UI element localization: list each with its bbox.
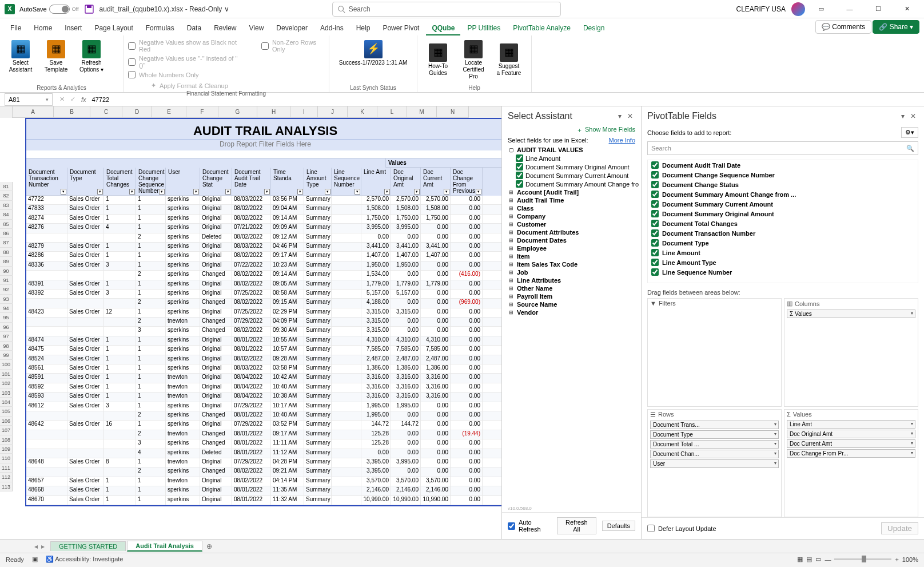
- cell[interactable]: tnewton: [166, 392, 200, 401]
- cell[interactable]: 04:09 PM: [271, 318, 304, 326]
- table-row[interactable]: 48524Sales Order11sperkinsOriginal08/02/…: [26, 355, 501, 364]
- cell[interactable]: 08/03/2022: [232, 196, 271, 204]
- cell[interactable]: 1: [104, 364, 136, 373]
- cell[interactable]: Sales Order: [67, 308, 104, 317]
- cell[interactable]: 11:32 AM: [271, 496, 304, 505]
- ribbon-tab[interactable]: PivotTable Analyze: [507, 22, 576, 35]
- pivot-header[interactable]: Line Amt▾: [361, 168, 391, 196]
- cell[interactable]: 1,750.00: [361, 215, 391, 223]
- cell[interactable]: [67, 449, 104, 458]
- cell[interactable]: [332, 196, 361, 204]
- pivot-header[interactable]: Document Change Stat▾: [200, 168, 232, 196]
- cell[interactable]: Summary: [304, 261, 332, 270]
- row-header[interactable]: 109: [0, 445, 13, 454]
- cell[interactable]: 0.00: [451, 467, 483, 476]
- cell[interactable]: 0.00: [391, 318, 421, 326]
- cell[interactable]: [332, 421, 361, 429]
- cell[interactable]: 2,570.00: [361, 196, 391, 204]
- cell[interactable]: [104, 299, 136, 307]
- cell[interactable]: 09:15 AM: [271, 299, 304, 307]
- cell[interactable]: 08/01/2022: [232, 336, 271, 345]
- ribbon-tab[interactable]: View: [244, 22, 270, 35]
- cell[interactable]: [332, 252, 361, 260]
- table-row[interactable]: 48276Sales Order41sperkinsOriginal07/21/…: [26, 224, 501, 233]
- cell[interactable]: 1: [104, 383, 136, 392]
- cell[interactable]: Changed: [200, 439, 232, 448]
- row-header[interactable]: 111: [0, 463, 13, 473]
- pivot-header[interactable]: Document Audit Trail Date▾: [232, 168, 271, 196]
- cell[interactable]: 48561: [26, 364, 67, 373]
- cell[interactable]: sperkins: [166, 215, 200, 223]
- cell[interactable]: Summary: [304, 364, 332, 373]
- row-header[interactable]: 102: [0, 379, 13, 388]
- cell[interactable]: Sales Order: [67, 205, 104, 213]
- cell[interactable]: 08/02/2022: [232, 327, 271, 335]
- cell[interactable]: 3,315.00: [361, 318, 391, 326]
- columns-area[interactable]: ▥Columns Σ Values: [784, 298, 918, 407]
- cell[interactable]: Summary: [304, 477, 332, 486]
- cell[interactable]: 3,316.00: [421, 374, 451, 382]
- ribbon-mode-icon[interactable]: ▭: [808, 1, 834, 17]
- field-check[interactable]: [651, 259, 659, 266]
- cell[interactable]: 3: [104, 261, 136, 270]
- cell[interactable]: 08/01/2022: [232, 439, 271, 448]
- cell[interactable]: 2: [136, 299, 166, 307]
- cell[interactable]: 48670: [26, 496, 67, 505]
- cell[interactable]: 1: [104, 205, 136, 213]
- cell[interactable]: [332, 439, 361, 448]
- field-check[interactable]: [651, 210, 659, 217]
- cell[interactable]: 09:12 AM: [271, 233, 304, 242]
- select-all-cell[interactable]: [0, 106, 13, 118]
- cell[interactable]: [67, 327, 104, 335]
- cell[interactable]: Sales Order: [67, 252, 104, 260]
- cell[interactable]: [332, 318, 361, 326]
- cell[interactable]: Sales Order: [67, 477, 104, 486]
- table-row[interactable]: 48561Sales Order11sperkinsOriginal08/03/…: [26, 364, 501, 374]
- cell[interactable]: Summary: [304, 205, 332, 213]
- cell[interactable]: Summary: [304, 374, 332, 382]
- table-row[interactable]: 48423Sales Order121sperkinsOriginal07/25…: [26, 308, 501, 318]
- table-row[interactable]: 2sperkinsChanged08/01/202210:40 AMSummar…: [26, 411, 501, 421]
- cell[interactable]: 0.00: [421, 430, 451, 439]
- area-field[interactable]: User: [650, 459, 779, 468]
- cell[interactable]: 1: [104, 346, 136, 354]
- pivot-header[interactable]: Document Total Changes▾: [104, 168, 136, 196]
- cell[interactable]: sperkins: [166, 308, 200, 317]
- expand-icon[interactable]: ⊞: [508, 221, 515, 227]
- cell[interactable]: 0.00: [421, 411, 451, 420]
- cell[interactable]: [332, 224, 361, 232]
- autosave-toggle[interactable]: [49, 5, 70, 14]
- filter-dropdown-icon[interactable]: ▾: [476, 189, 481, 195]
- cell[interactable]: 08/04/2022: [232, 383, 271, 392]
- cell[interactable]: 09:17 AM: [271, 430, 304, 439]
- cell[interactable]: Deleted: [200, 233, 232, 242]
- cell[interactable]: 11:12 AM: [271, 449, 304, 458]
- cell[interactable]: 2,146.00: [391, 486, 421, 495]
- pivot-header[interactable]: User▾: [166, 168, 200, 196]
- tree-item[interactable]: Document Summary Current Amount: [525, 172, 628, 179]
- cell[interactable]: 07/29/2022: [232, 318, 271, 326]
- cell[interactable]: [67, 271, 104, 279]
- cell[interactable]: Summary: [304, 392, 332, 401]
- tree-item[interactable]: Audit Trail Time: [517, 197, 564, 204]
- cell[interactable]: tnewton: [166, 374, 200, 382]
- cell[interactable]: 03:58 PM: [271, 364, 304, 373]
- cell[interactable]: [332, 215, 361, 223]
- column-header[interactable]: J: [318, 106, 348, 118]
- cell[interactable]: 1: [104, 243, 136, 251]
- cell[interactable]: Sales Order: [67, 392, 104, 401]
- field-item[interactable]: Line Amount: [648, 248, 918, 257]
- pivot-header[interactable]: Doc Change From Previous▾: [451, 168, 483, 196]
- tree-item[interactable]: Document Summary Amount Change fro: [525, 181, 639, 188]
- cell[interactable]: 3,441.00: [391, 243, 421, 251]
- cell[interactable]: 1,995.00: [391, 402, 421, 411]
- pane-close-icon[interactable]: ✕: [908, 112, 918, 120]
- cell[interactable]: Sales Order: [67, 280, 104, 289]
- cell[interactable]: [26, 430, 67, 439]
- cell[interactable]: [67, 299, 104, 307]
- view-page-icon[interactable]: ▤: [806, 556, 812, 563]
- apply-format-btn[interactable]: Apply Format & Cleanup: [160, 82, 228, 89]
- table-row[interactable]: 48593Sales Order11tnewtonOriginal08/04/2…: [26, 392, 501, 402]
- table-row[interactable]: 2tnewtonChanged08/01/202209:17 AMSummary…: [26, 430, 501, 439]
- save-icon[interactable]: [85, 5, 94, 14]
